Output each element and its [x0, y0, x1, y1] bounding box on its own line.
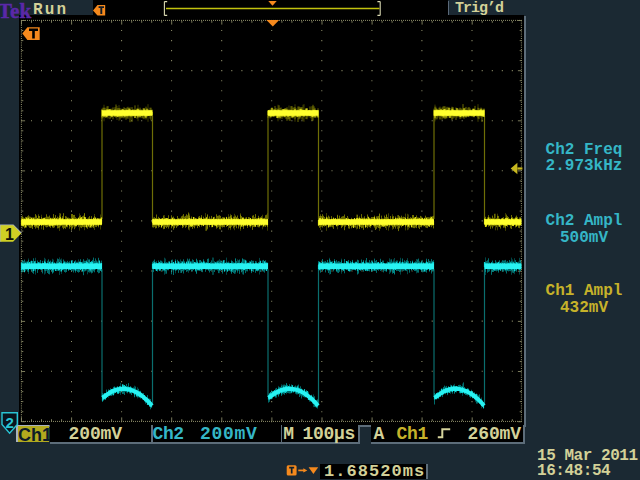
- svg-text:2: 2: [6, 414, 14, 431]
- svg-text:1: 1: [5, 226, 14, 243]
